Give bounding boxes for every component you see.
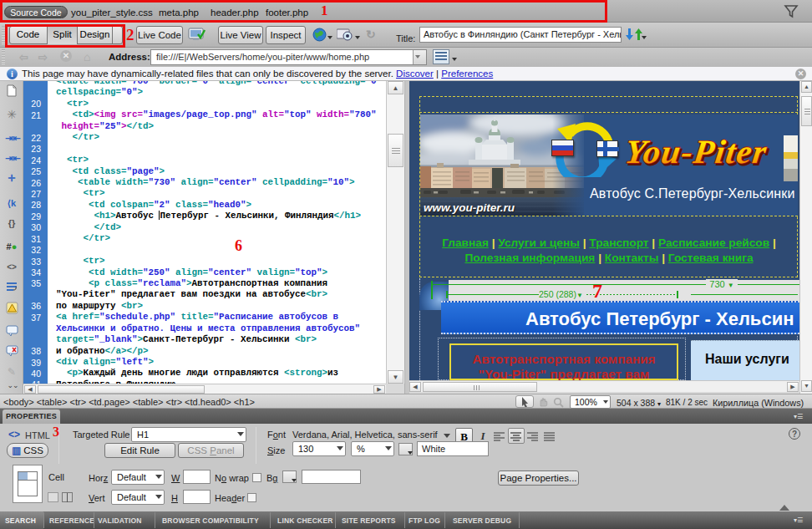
svg-text:You-Piter: You-Piter <box>624 133 769 170</box>
